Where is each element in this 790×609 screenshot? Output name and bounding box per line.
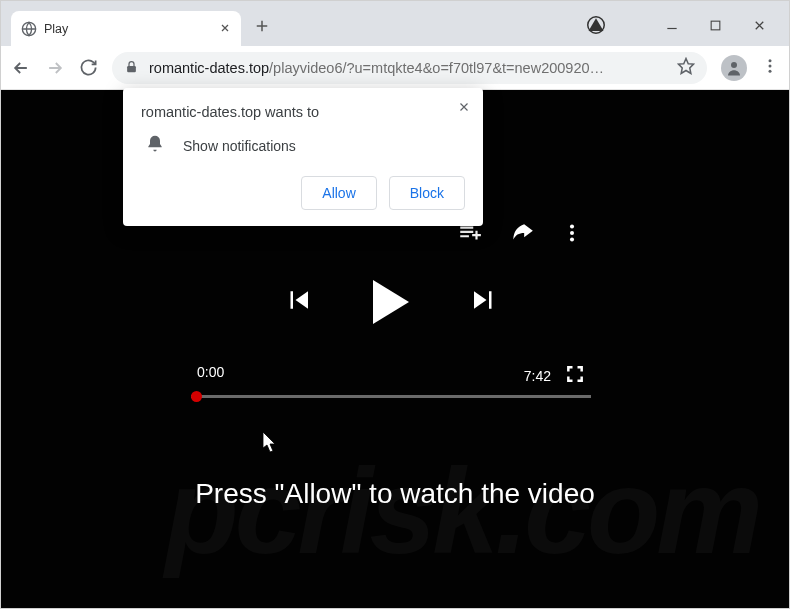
more-options-icon[interactable]	[561, 222, 583, 248]
close-tab-icon[interactable]	[219, 21, 231, 37]
media-extension-icon[interactable]	[587, 16, 605, 38]
mouse-cursor	[263, 432, 279, 454]
svg-point-6	[731, 62, 737, 68]
permission-prompt: romantic-dates.top wants to Show notific…	[123, 88, 483, 226]
svg-rect-4	[127, 65, 136, 71]
title-bar: Play	[1, 1, 789, 46]
next-track-icon[interactable]	[469, 285, 499, 319]
bell-icon	[145, 134, 165, 158]
reload-button[interactable]	[79, 58, 98, 77]
profile-avatar[interactable]	[721, 55, 747, 81]
close-window-button[interactable]	[752, 18, 767, 37]
prompt-origin-text: romantic-dates.top wants to	[141, 104, 465, 120]
close-prompt-button[interactable]	[457, 98, 471, 119]
url-text: romantic-dates.top/playvideo6/?u=mtqkte4…	[149, 60, 667, 76]
globe-icon	[21, 21, 37, 37]
window-controls	[587, 16, 789, 46]
bookmark-star-icon[interactable]	[677, 57, 695, 78]
block-button[interactable]: Block	[389, 176, 465, 210]
svg-point-12	[570, 237, 574, 241]
seek-thumb[interactable]	[191, 391, 202, 402]
svg-marker-1	[589, 18, 604, 31]
svg-point-8	[769, 64, 772, 67]
forward-button[interactable]	[45, 58, 65, 78]
seek-bar[interactable]	[191, 395, 591, 398]
new-tab-button[interactable]	[253, 17, 271, 39]
svg-point-11	[570, 231, 574, 235]
svg-point-9	[769, 69, 772, 72]
svg-rect-3	[711, 21, 720, 30]
share-icon[interactable]	[509, 220, 535, 250]
instruction-text: Press "Allow" to watch the video	[1, 478, 789, 510]
maximize-button[interactable]	[709, 18, 722, 36]
permission-label: Show notifications	[183, 138, 296, 154]
current-time: 0:00	[197, 364, 224, 387]
video-player: 0:00 7:42	[191, 220, 591, 398]
address-bar[interactable]: romantic-dates.top/playvideo6/?u=mtqkte4…	[112, 52, 707, 84]
previous-track-icon[interactable]	[283, 285, 313, 319]
tab-title: Play	[44, 22, 219, 36]
lock-icon[interactable]	[124, 59, 139, 77]
browser-toolbar: romantic-dates.top/playvideo6/?u=mtqkte4…	[1, 46, 789, 90]
svg-point-7	[769, 59, 772, 62]
tab-strip: Play	[1, 1, 271, 46]
fullscreen-icon[interactable]	[565, 364, 585, 387]
allow-button[interactable]: Allow	[301, 176, 376, 210]
svg-marker-5	[679, 59, 694, 74]
watermark-text: pcrisk.com	[165, 442, 759, 580]
svg-point-10	[570, 225, 574, 229]
browser-menu-button[interactable]	[761, 57, 779, 79]
play-button[interactable]	[373, 280, 409, 324]
minimize-button[interactable]	[665, 18, 679, 36]
browser-tab[interactable]: Play	[11, 11, 241, 46]
duration: 7:42	[524, 368, 551, 384]
back-button[interactable]	[11, 58, 31, 78]
